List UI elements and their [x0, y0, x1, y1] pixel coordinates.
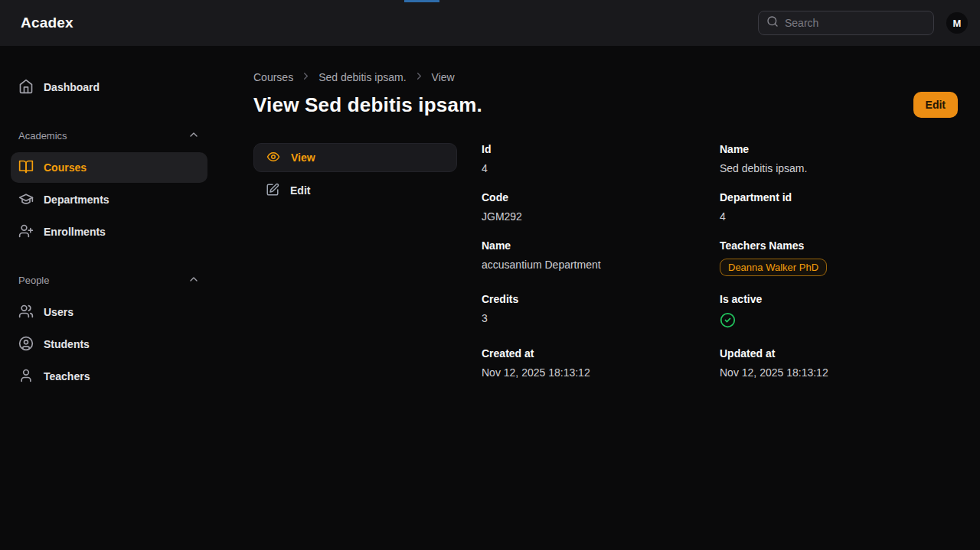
book-open-icon: [18, 159, 34, 177]
sidebar-item-dashboard[interactable]: Dashboard: [11, 72, 207, 103]
field-department-id: Department id 4: [720, 191, 958, 223]
field-label: Created at: [482, 347, 720, 360]
sidebar-section-people: People Users Students: [11, 273, 207, 392]
field-value: 4: [482, 162, 720, 174]
sidebar: Dashboard Academics Courses Departments: [0, 46, 218, 550]
field-label: Name: [482, 239, 720, 252]
user-icon: [18, 368, 34, 386]
sidebar-item-courses[interactable]: Courses: [11, 152, 207, 183]
field-created-at: Created at Nov 12, 2025 18:13:12: [482, 347, 720, 379]
tab-edit[interactable]: Edit: [253, 176, 457, 205]
breadcrumb-view: View: [432, 71, 455, 83]
field-department-name: Name accusantium Department: [482, 239, 720, 276]
sidebar-item-teachers[interactable]: Teachers: [11, 361, 207, 392]
check-circle-icon: [720, 318, 736, 330]
section-label: Academics: [18, 130, 67, 142]
field-is-active: Is active: [720, 293, 958, 330]
loading-progress-indicator: [404, 0, 439, 2]
sidebar-item-label: Courses: [44, 161, 87, 174]
field-code: Code JGM292: [482, 191, 720, 223]
sidebar-item-enrollments[interactable]: Enrollments: [11, 216, 207, 247]
tab-view[interactable]: View: [253, 143, 457, 172]
sidebar-item-label: Departments: [44, 194, 109, 206]
user-circle-icon: [18, 336, 34, 353]
eye-icon: [266, 150, 280, 166]
sidebar-item-label: Enrollments: [44, 226, 106, 238]
tab-label: Edit: [290, 184, 310, 197]
main-content: Courses Sed debitis ipsam. View View Sed…: [218, 46, 980, 550]
field-label: Name: [720, 143, 958, 155]
app-logo[interactable]: Acadex: [21, 15, 74, 31]
pencil-square-icon: [266, 183, 279, 199]
graduation-cap-icon: [18, 191, 34, 209]
top-bar: Acadex M: [0, 0, 980, 46]
chevron-up-icon: [188, 129, 200, 143]
field-credits: Credits 3: [482, 293, 720, 330]
field-value: Nov 12, 2025 18:13:12: [720, 366, 958, 379]
search-input[interactable]: [785, 17, 926, 29]
user-plus-icon: [18, 223, 34, 241]
view-edit-tabs: View Edit: [253, 143, 457, 379]
sidebar-item-label: Students: [44, 338, 90, 350]
sidebar-item-departments[interactable]: Departments: [11, 184, 207, 215]
section-label: People: [18, 275, 49, 286]
breadcrumb: Courses Sed debitis ipsam. View: [253, 70, 958, 84]
field-value: 3: [482, 312, 720, 324]
sidebar-item-label: Users: [44, 306, 74, 318]
sidebar-item-students[interactable]: Students: [11, 329, 207, 360]
field-updated-at: Updated at Nov 12, 2025 18:13:12: [720, 347, 958, 379]
field-label: Credits: [482, 293, 720, 305]
sidebar-item-label: Teachers: [44, 370, 90, 382]
field-value: accusantium Department: [482, 259, 720, 271]
sidebar-item-label: Dashboard: [44, 81, 100, 93]
page-title: View Sed debitis ipsam.: [253, 93, 482, 117]
chevron-up-icon: [188, 273, 200, 288]
search-box[interactable]: [758, 11, 934, 35]
field-value: 4: [720, 210, 958, 223]
sidebar-section-header-people[interactable]: People: [11, 273, 207, 288]
breadcrumb-courses[interactable]: Courses: [253, 71, 293, 83]
field-name: Name Sed debitis ipsam.: [720, 143, 958, 174]
search-icon: [766, 15, 779, 31]
course-details: Id 4 Name Sed debitis ipsam. Code JGM292…: [482, 143, 958, 379]
field-label: Department id: [720, 191, 958, 203]
field-value: Sed debitis ipsam.: [720, 162, 958, 174]
edit-button[interactable]: Edit: [913, 92, 958, 118]
field-value: Nov 12, 2025 18:13:12: [482, 366, 720, 379]
field-label: Teachers Names: [720, 239, 958, 252]
chevron-right-icon: [413, 70, 425, 84]
sidebar-section-header-academics[interactable]: Academics: [11, 129, 207, 143]
home-icon: [18, 79, 34, 96]
field-label: Id: [482, 143, 720, 155]
header-actions: M: [758, 11, 968, 35]
field-label: Code: [482, 191, 720, 203]
field-id: Id 4: [482, 143, 720, 174]
field-label: Updated at: [720, 347, 958, 360]
breadcrumb-course-name[interactable]: Sed debitis ipsam.: [318, 71, 406, 83]
field-teachers-names: Teachers Names Deanna Walker PhD: [720, 239, 958, 276]
field-label: Is active: [720, 293, 958, 305]
user-avatar[interactable]: M: [946, 12, 968, 34]
chevron-right-icon: [300, 70, 312, 84]
field-value: JGM292: [482, 210, 720, 223]
teacher-name-badge: Deanna Walker PhD: [720, 259, 827, 276]
sidebar-section-academics: Academics Courses Departments: [11, 129, 207, 247]
users-icon: [18, 304, 34, 321]
tab-label: View: [291, 151, 315, 164]
title-row: View Sed debitis ipsam. Edit: [253, 92, 958, 118]
sidebar-item-users[interactable]: Users: [11, 297, 207, 327]
